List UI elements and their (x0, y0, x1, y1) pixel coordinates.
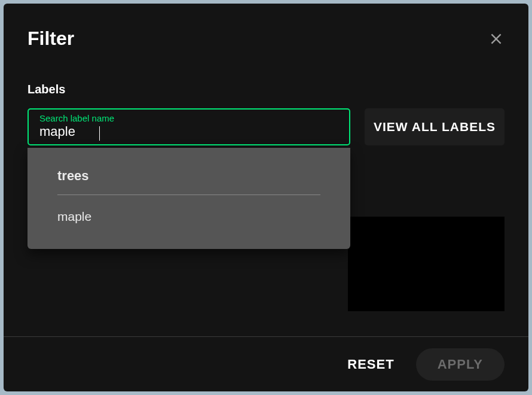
dialog-title: Filter (27, 28, 74, 50)
filter-dialog: Filter Labels Search label name trees ma… (4, 4, 528, 391)
view-all-labels-button[interactable]: VIEW ALL LABELS (365, 108, 505, 145)
search-input-wrap: Search label name trees maple (27, 108, 350, 145)
apply-button[interactable]: APPLY (416, 348, 505, 381)
dialog-header: Filter (27, 28, 505, 50)
close-icon (488, 31, 504, 47)
reset-button[interactable]: RESET (343, 351, 399, 378)
content-panel (348, 217, 505, 311)
text-caret (99, 126, 100, 141)
search-row: Search label name trees maple VIEW ALL L… (27, 108, 505, 145)
dropdown-item-maple[interactable]: maple (57, 208, 320, 225)
dialog-footer: RESET APPLY (4, 336, 528, 391)
close-button[interactable] (488, 31, 505, 47)
labels-section-heading: Labels (27, 83, 505, 96)
search-input[interactable] (27, 108, 350, 145)
autocomplete-dropdown: trees maple (27, 148, 350, 249)
dropdown-group-header: trees (57, 168, 320, 195)
